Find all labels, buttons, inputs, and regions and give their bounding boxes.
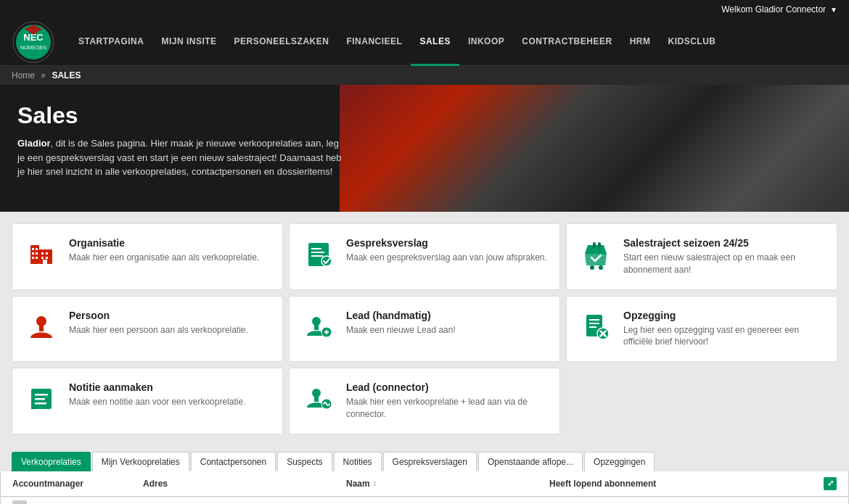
card-notitie-text: Notitie aanmaken Maak een notitie aan vo… bbox=[69, 381, 246, 408]
nav-sales[interactable]: SALES bbox=[411, 19, 459, 66]
card-lead-connector-text: Lead (connector) Maak hier een verkoopre… bbox=[346, 381, 548, 421]
card-gespreksverslag-desc: Maak een gespreksverslag aan van jouw af… bbox=[346, 252, 547, 264]
tab-mijn-verkooprelaties[interactable]: Mijn Verkooprelaties bbox=[92, 452, 189, 471]
hero-section: Sales Gladior, dit is de Sales pagina. H… bbox=[0, 85, 849, 212]
svg-point-25 bbox=[590, 265, 594, 270]
nav-contractbeheer[interactable]: CONTRACTBEHEER bbox=[513, 19, 620, 66]
svg-point-26 bbox=[599, 265, 603, 270]
sort-icon[interactable]: ↕ bbox=[373, 479, 377, 487]
tab-opzeggingen[interactable]: Opzeggingen bbox=[584, 452, 655, 471]
card-lead-connector-desc: Maak hier een verkooprelatie + lead aan … bbox=[346, 396, 548, 421]
table-expand-icon[interactable]: ⤢ bbox=[824, 477, 837, 490]
card-lead-connector-icon bbox=[301, 381, 336, 416]
card-lead-connector-title: Lead (connector) bbox=[346, 381, 548, 393]
card-organisatie[interactable]: Organisatie Maak hier een organisatie aa… bbox=[12, 223, 283, 290]
svg-rect-36 bbox=[589, 323, 599, 324]
header: NEC NIJMEGEN STARTPAGINA MIJN INSITE PER… bbox=[0, 19, 849, 66]
card-lead-connector[interactable]: Lead (connector) Maak hier een verkoopre… bbox=[289, 368, 560, 434]
svg-rect-17 bbox=[43, 260, 47, 264]
table-toolbar: + bbox=[0, 497, 849, 504]
svg-rect-30 bbox=[314, 325, 319, 330]
svg-point-46 bbox=[312, 389, 321, 397]
col-header-naam[interactable]: Naam ↕ bbox=[346, 479, 549, 489]
logo[interactable]: NEC NIJMEGEN bbox=[12, 20, 55, 64]
hero-background bbox=[340, 85, 849, 212]
table-header: Accountmanager Adres Naam ↕ Heeft lopend… bbox=[0, 471, 849, 497]
hero-desc-text: , dit is de Sales pagina. Hier maak je n… bbox=[17, 138, 342, 177]
svg-rect-35 bbox=[589, 319, 599, 321]
svg-rect-47 bbox=[314, 397, 319, 402]
nav-personeelszaken[interactable]: PERSONEELSZAKEN bbox=[226, 19, 338, 66]
svg-rect-8 bbox=[36, 248, 38, 250]
svg-text:NIJMEGEN: NIJMEGEN bbox=[20, 45, 46, 50]
table-toolbar-add-icon[interactable]: + bbox=[12, 500, 27, 504]
svg-rect-28 bbox=[39, 326, 44, 331]
svg-rect-12 bbox=[36, 257, 38, 259]
card-salestraject[interactable]: Salestraject seizoen 24/25 Start een nie… bbox=[566, 223, 837, 290]
card-persoon[interactable]: Persoon Maak hier een persoon aan als ve… bbox=[12, 296, 283, 363]
svg-point-27 bbox=[36, 316, 46, 326]
card-organisatie-icon bbox=[24, 237, 59, 272]
nav-hrm[interactable]: HRM bbox=[621, 19, 660, 66]
col-header-accountmanager: Accountmanager bbox=[12, 479, 143, 489]
tab-verkooprelaties[interactable]: Verkooprelaties bbox=[12, 452, 91, 471]
svg-rect-37 bbox=[589, 326, 596, 328]
tabs-bar: Verkooprelaties Mijn Verkooprelaties Con… bbox=[12, 452, 837, 471]
tab-suspects[interactable]: Suspects bbox=[277, 452, 332, 471]
card-lead-handmatig-title: Lead (handmatig) bbox=[346, 310, 456, 321]
card-gespreksverslag[interactable]: Gespreksverslag Maak een gespreksverslag… bbox=[289, 223, 560, 290]
card-salestraject-text: Salestraject seizoen 24/25 Start een nie… bbox=[623, 237, 825, 276]
card-opzegging-icon bbox=[578, 310, 613, 344]
tab-notities[interactable]: Notities bbox=[334, 452, 382, 471]
nav-inkoop[interactable]: INKOOP bbox=[459, 19, 513, 66]
hero-name: Gladior bbox=[17, 138, 51, 149]
breadcrumb: Home » SALES bbox=[0, 66, 849, 85]
card-lead-handmatig-icon bbox=[301, 310, 336, 344]
svg-rect-13 bbox=[41, 252, 44, 255]
card-organisatie-title: Organisatie bbox=[69, 237, 259, 249]
nav-kidsclub[interactable]: KIDSCLUB bbox=[659, 19, 724, 66]
col-header-adres: Adres bbox=[143, 479, 346, 489]
breadcrumb-home[interactable]: Home bbox=[12, 70, 35, 80]
svg-rect-5 bbox=[30, 245, 39, 264]
svg-rect-19 bbox=[311, 248, 321, 249]
nav-startpagina[interactable]: STARTPAGINA bbox=[70, 19, 152, 66]
hero-content: Sales Gladior, dit is de Sales pagina. H… bbox=[0, 85, 363, 197]
svg-rect-21 bbox=[311, 255, 323, 257]
svg-rect-7 bbox=[32, 248, 34, 250]
svg-rect-10 bbox=[36, 252, 38, 255]
svg-rect-11 bbox=[32, 257, 34, 259]
card-opzegging-desc: Leg hier een opzegging vast en genereer … bbox=[623, 324, 825, 349]
welcome-menu[interactable]: Welkom Gladior Connector ▼ bbox=[721, 4, 837, 15]
logo-image: NEC NIJMEGEN bbox=[12, 20, 55, 64]
card-organisatie-desc: Maak hier een organisatie aan als verkoo… bbox=[69, 252, 259, 264]
col-header-abonnement: Heeft lopend abonnement bbox=[549, 479, 815, 489]
svg-rect-42 bbox=[35, 394, 48, 396]
card-opzegging[interactable]: Opzegging Leg hier een opzegging vast en… bbox=[566, 296, 837, 363]
tab-contactpersonen[interactable]: Contactpersonen bbox=[191, 452, 276, 471]
nav-mijn-insite[interactable]: MIJN INSITE bbox=[152, 19, 225, 66]
card-persoon-desc: Maak hier een persoon aan als verkooprel… bbox=[69, 324, 248, 336]
tab-openstaande-aflope[interactable]: Openstaande aflope... bbox=[478, 452, 583, 471]
svg-rect-14 bbox=[46, 252, 48, 255]
chevron-down-icon: ▼ bbox=[830, 6, 837, 14]
breadcrumb-separator: » bbox=[41, 70, 46, 80]
card-persoon-text: Persoon Maak hier een persoon aan als ve… bbox=[69, 310, 248, 336]
tab-gespreksverslagen[interactable]: Gespreksverslagen bbox=[383, 452, 477, 471]
card-lead-handmatig-text: Lead (handmatig) Maak een nieuwe Lead aa… bbox=[346, 310, 456, 336]
card-salestraject-title: Salestraject seizoen 24/25 bbox=[623, 237, 825, 249]
card-gespreksverslag-title: Gespreksverslag bbox=[346, 237, 547, 249]
card-notitie-desc: Maak een notitie aan voor een verkooprel… bbox=[69, 396, 246, 408]
welcome-text: Welkom Gladior Connector bbox=[721, 4, 826, 15]
col-header-actions: ⤢ bbox=[815, 477, 837, 490]
svg-rect-23 bbox=[593, 242, 596, 248]
hero-title: Sales bbox=[17, 102, 345, 129]
card-notitie[interactable]: Notitie aanmaken Maak een notitie aan vo… bbox=[12, 368, 283, 434]
svg-point-29 bbox=[312, 317, 321, 326]
card-lead-handmatig[interactable]: Lead (handmatig) Maak een nieuwe Lead aa… bbox=[289, 296, 560, 363]
hero-description: Gladior, dit is de Sales pagina. Hier ma… bbox=[17, 136, 345, 179]
card-notitie-icon bbox=[24, 381, 59, 416]
card-salestraject-icon bbox=[578, 237, 613, 272]
svg-rect-20 bbox=[311, 252, 324, 253]
nav-financieel[interactable]: FINANCIEEL bbox=[337, 19, 411, 66]
